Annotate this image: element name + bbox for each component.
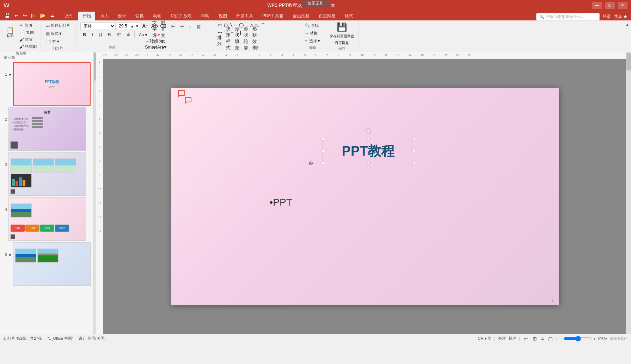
slide-thumb-4[interactable]: 4 - - - - - 步骤1 步骤2 步骤3 步骤4 xyxy=(2,197,91,241)
slide-thumb-3[interactable]: 3 - - - - - xyxy=(2,152,91,196)
notes-btn[interactable]: 备注 xyxy=(498,336,506,341)
tab-transitions[interactable]: 切换 xyxy=(131,12,148,20)
zoom-out-btn[interactable]: − xyxy=(560,337,562,341)
handle-bl[interactable] xyxy=(321,162,324,164)
undo-quick-btn[interactable]: ↩ xyxy=(13,12,20,19)
tab-home[interactable]: 开始 xyxy=(78,12,95,20)
view-outline-btn[interactable]: ≡ xyxy=(540,335,545,342)
redo-quick-btn[interactable]: ↪ xyxy=(22,12,29,19)
slide-img-3[interactable]: - - - - - xyxy=(8,152,86,196)
quick-styles-button[interactable]: 快速样式▼ xyxy=(226,37,234,45)
tab-pdf[interactable]: PDF工具箱 xyxy=(258,12,288,20)
input-mode[interactable]: CH ♦ 简 xyxy=(478,336,492,341)
handle-tl[interactable] xyxy=(321,138,324,140)
view-slide-btn[interactable]: ⊞ xyxy=(532,335,538,342)
arrange-button[interactable]: 排列 xyxy=(217,37,225,45)
handle-tr[interactable] xyxy=(412,138,415,140)
zoom-slider[interactable] xyxy=(564,336,592,341)
bold-button[interactable]: B xyxy=(80,31,88,38)
slide-panel-scrollbar[interactable] xyxy=(93,52,96,334)
view-normal-btn[interactable]: ▭ xyxy=(523,335,529,342)
tab-format[interactable]: 格式 xyxy=(341,12,357,20)
share-btn[interactable]: 共享 ★ xyxy=(614,14,627,20)
cloud-quick-btn[interactable]: ☁ xyxy=(48,12,56,19)
italic-button[interactable]: I xyxy=(89,31,96,38)
tab-baidu[interactable]: 百度网盘 xyxy=(314,12,340,20)
search-bar[interactable]: 🔍 告诉我您想要做什么... xyxy=(536,13,600,20)
slide2-item4: ✓营销方案 xyxy=(12,128,29,131)
handle-mr[interactable] xyxy=(412,150,415,152)
format-painter-button[interactable]: 🖌重置 xyxy=(18,36,38,43)
handle-ml[interactable] xyxy=(321,150,324,152)
save-to-cloud-button[interactable]: 保存到百度网盘 xyxy=(328,33,356,39)
new-slide-button[interactable]: ▭新建幻灯片 xyxy=(44,22,72,29)
find-button[interactable]: 🔍查找 xyxy=(303,22,320,29)
font-name-select[interactable]: 宋体 xyxy=(80,22,116,30)
maximize-button[interactable]: □ xyxy=(605,2,615,9)
slide-img-1[interactable]: PPT教程 •PPT xyxy=(13,62,91,106)
slide-thumb-5[interactable]: 5 ★ - - - - - xyxy=(2,242,91,286)
section-button[interactable]: 📑节▼ xyxy=(44,38,62,45)
shape-outline-button[interactable]: 形状轮廓▼ xyxy=(244,37,251,45)
copy-button[interactable]: 📄复制 xyxy=(18,29,38,36)
shape-effects-button[interactable]: 形状效果▼ xyxy=(252,37,260,45)
font-case-button[interactable]: Aa▼ xyxy=(136,31,151,38)
handle-bm[interactable] xyxy=(367,162,370,164)
login-btn[interactable]: 登录 xyxy=(602,14,611,20)
underline-button[interactable]: U xyxy=(96,31,104,38)
open-quick-btn[interactable]: 📂 xyxy=(38,12,47,19)
paste-button[interactable]: 📋 粘贴 xyxy=(4,22,17,43)
tab-design[interactable]: 设计 xyxy=(114,12,130,20)
save-quick-btn[interactable]: 💾 xyxy=(3,12,12,19)
comment-bubble-2[interactable] xyxy=(184,96,192,105)
close-button[interactable]: ✕ xyxy=(618,2,627,9)
line-spacing-button[interactable]: ↕ xyxy=(186,22,194,30)
view-reading-btn[interactable]: ▢ xyxy=(547,335,553,342)
tab-developer[interactable]: 开发工具 xyxy=(232,12,257,20)
increase-indent-button[interactable]: ⇥ xyxy=(178,22,185,30)
shape-rect[interactable]: ▭ xyxy=(217,22,222,29)
font-size-input[interactable] xyxy=(117,23,130,29)
comments-btn[interactable]: 批注 xyxy=(509,336,516,341)
tab-insert[interactable]: 插入 xyxy=(96,12,113,20)
right-scrollbar[interactable] xyxy=(626,52,631,334)
preview-quick-btn[interactable]: ▷ xyxy=(30,12,37,19)
slide-img-5[interactable]: - - - - - xyxy=(13,242,91,286)
format-painter2-button[interactable]: 🖌格式刷 xyxy=(18,43,38,50)
rotate-handle[interactable] xyxy=(366,128,371,134)
handle-br[interactable] xyxy=(412,162,415,164)
layout-button[interactable]: ▤版式▼ xyxy=(44,30,64,37)
slide-thumb-1[interactable]: 1 ★ PPT教程 •PPT xyxy=(2,62,91,106)
slide-thumb-2[interactable]: 2 目录 ✓介绍基本信息 ✓介绍公文化 ✓详细介绍产品 ✓营销方案 xyxy=(2,107,91,151)
convert-smartart-button[interactable]: →转换为SmartArt▼ xyxy=(152,40,160,48)
zoom-in-btn[interactable]: + xyxy=(593,337,595,341)
strikethrough-button[interactable]: S xyxy=(105,31,113,38)
tab-kdocs[interactable]: 金山文档 xyxy=(288,12,314,20)
slide3-img1 xyxy=(11,158,32,172)
replace-button[interactable]: ↔替换 xyxy=(303,30,319,37)
font-size-decrease[interactable]: ▼ xyxy=(135,24,140,28)
shape-arc[interactable]: ⌒ xyxy=(260,22,266,29)
select-button[interactable]: ↖选择▼ xyxy=(303,38,323,44)
shape-fill-button[interactable]: 形状填充▼ xyxy=(235,37,243,45)
cut-button[interactable]: ✂剪切 xyxy=(18,22,38,29)
slide-img-2[interactable]: 目录 ✓介绍基本信息 ✓介绍公文化 ✓详细介绍产品 ✓营销方案 xyxy=(8,107,86,151)
font-size-increase[interactable]: ▲ xyxy=(130,24,135,28)
decrease-indent-button[interactable]: ⇤ xyxy=(169,22,177,30)
shadow-button[interactable]: S° xyxy=(114,31,123,38)
tab-file[interactable]: 文件 xyxy=(61,12,78,20)
slide-img-4[interactable]: - - - - - 步骤1 步骤2 步骤3 步骤4 xyxy=(8,197,86,241)
tab-review[interactable]: 审阅 xyxy=(197,12,214,20)
tab-animations[interactable]: 动画 xyxy=(149,12,166,20)
tab-view[interactable]: 视图 xyxy=(214,12,231,20)
zoom-level: 106% xyxy=(597,337,607,341)
columns-button[interactable]: ▥ xyxy=(195,22,202,30)
tab-slideshow[interactable]: 幻灯片放映 xyxy=(166,12,196,20)
slide-canvas[interactable]: PPT教程 •PPT ⊕ 1 xyxy=(103,59,626,334)
ribbon-collapse-button[interactable]: ▲ xyxy=(625,22,629,26)
slide-title-textbox[interactable]: PPT教程 xyxy=(323,139,414,163)
step3: 步骤3 xyxy=(40,225,54,232)
minimize-button[interactable]: — xyxy=(592,2,602,9)
handle-tm[interactable] xyxy=(367,138,370,140)
char-spacing-button[interactable]: ≜ xyxy=(124,31,133,38)
